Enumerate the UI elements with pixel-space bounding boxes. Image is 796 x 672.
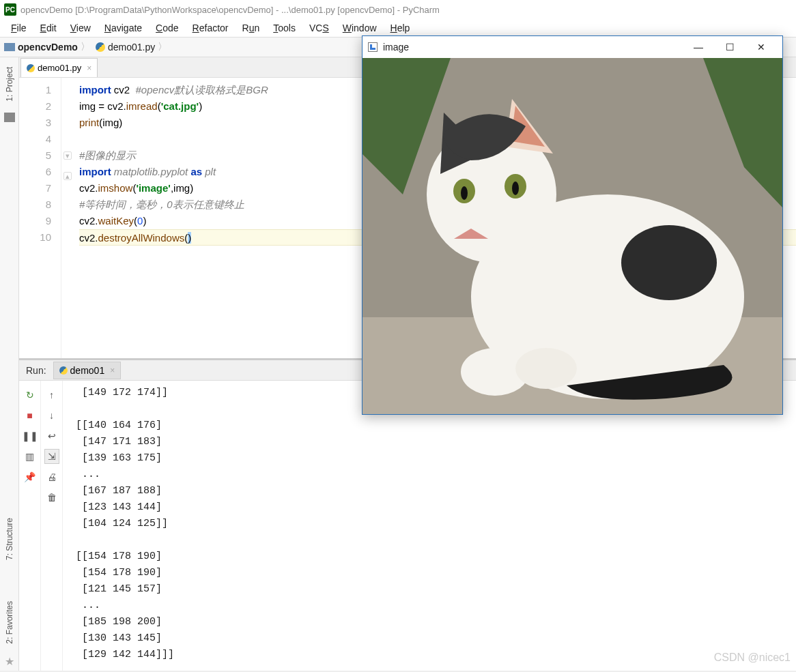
up-button[interactable]: ↑ (44, 388, 59, 403)
run-tab-label: demo01 (70, 365, 105, 376)
pause-button[interactable]: ❚❚ (23, 428, 38, 443)
run-toolbar-primary: ↻ ■ ❚❚ ▥ 📌 (19, 381, 41, 672)
stop-button[interactable]: ■ (23, 408, 38, 423)
print-button[interactable]: 🖨 (44, 469, 59, 484)
tool-structure[interactable]: 7: Structure (5, 518, 14, 560)
cat-image (363, 58, 782, 414)
menu-tools[interactable]: Tools (266, 21, 302, 35)
maximize-button[interactable]: ☐ (714, 37, 745, 57)
app-icon (368, 42, 378, 52)
menu-vcs[interactable]: VCS (302, 21, 336, 35)
run-label: Run: (19, 365, 53, 376)
run-tab-demo01[interactable]: demo01 × (53, 362, 122, 379)
python-icon (96, 42, 105, 52)
svg-point-16 (515, 348, 577, 389)
close-button[interactable]: ✕ (745, 37, 777, 57)
menu-code[interactable]: Code (149, 21, 185, 35)
layout-button[interactable]: ▥ (23, 449, 38, 464)
menu-edit[interactable]: Edit (33, 21, 63, 35)
editor-tab-label: demo01.py (38, 63, 81, 73)
menu-navigate[interactable]: Navigate (98, 21, 149, 35)
watermark: CSDN @nicec1 (714, 652, 791, 664)
run-toolbar-secondary: ↑ ↓ ↩ ⇲ 🖨 🗑 (41, 381, 63, 672)
star-icon: ★ (5, 655, 14, 668)
menu-refactor[interactable]: Refactor (186, 21, 236, 35)
menu-view[interactable]: View (63, 21, 98, 35)
scroll-to-end-button[interactable]: ⇲ (44, 449, 59, 464)
breadcrumb-project[interactable]: opencvDemo (18, 42, 78, 53)
chevron-right-icon: 〉 (158, 41, 167, 53)
pycharm-logo: PC (4, 3, 16, 16)
breadcrumb-file[interactable]: demo01.py (108, 42, 155, 53)
image-canvas (363, 58, 782, 414)
svg-point-5 (621, 225, 717, 300)
image-window-titlebar[interactable]: image — ☐ ✕ (363, 36, 782, 58)
fold-gutter: ▾ ▴ (61, 78, 74, 358)
pin-button[interactable]: 📌 (23, 469, 38, 484)
python-icon (27, 64, 35, 72)
fold-marker-icon[interactable]: ▴ (63, 172, 72, 180)
folder-icon (4, 113, 15, 122)
python-icon (59, 366, 68, 375)
console-output[interactable]: [149 172 174]] [[140 164 176] [147 171 1… (63, 381, 796, 672)
folder-icon (4, 43, 15, 51)
left-tool-strip: 1: Project 7: Structure 2: Favorites ★ (0, 57, 19, 672)
svg-point-12 (461, 186, 468, 200)
svg-point-13 (512, 181, 519, 195)
chevron-right-icon: 〉 (81, 41, 90, 53)
line-gutter: 123 456 789 10 (19, 78, 61, 358)
menu-run[interactable]: Run (236, 21, 267, 35)
image-window-title: image (383, 42, 409, 53)
close-icon[interactable]: × (87, 63, 91, 73)
editor-tab-demo01[interactable]: demo01.py × (20, 58, 98, 77)
fold-marker-icon[interactable]: ▾ (63, 151, 72, 160)
minimize-button[interactable]: — (683, 37, 714, 57)
down-button[interactable]: ↓ (44, 408, 59, 423)
menu-file[interactable]: File (4, 21, 33, 35)
menu-window[interactable]: Window (336, 21, 384, 35)
title-bar: PC opencvDemo [D:\ProgramData\PythonWork… (0, 0, 796, 19)
close-icon[interactable]: × (110, 366, 115, 375)
menu-help[interactable]: Help (384, 21, 417, 35)
window-title: opencvDemo [D:\ProgramData\PythonWorkspa… (20, 5, 440, 15)
menu-bar: File Edit View Navigate Code Refactor Ru… (0, 19, 796, 37)
rerun-button[interactable]: ↻ (23, 388, 38, 403)
clear-button[interactable]: 🗑 (44, 490, 59, 505)
wrap-button[interactable]: ↩ (44, 428, 59, 443)
tool-favorites[interactable]: 2: Favorites (5, 601, 14, 644)
tool-project[interactable]: 1: Project (5, 67, 14, 102)
image-window[interactable]: image — ☐ ✕ (362, 35, 783, 415)
